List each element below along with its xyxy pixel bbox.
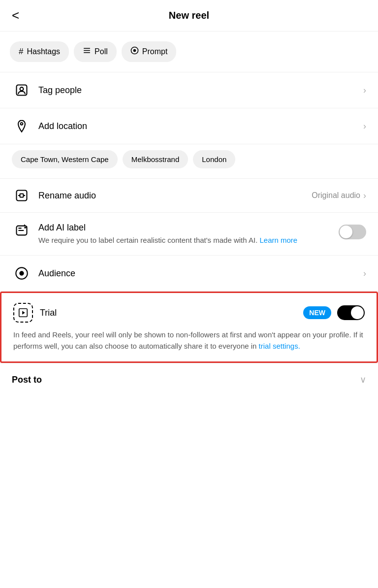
hashtags-chip-label: Hashtags (27, 47, 60, 56)
rename-audio-value: Original audio (312, 191, 360, 200)
location-chip-2[interactable]: London (193, 150, 235, 168)
ai-label-icon (12, 224, 32, 237)
page-title: New reel (169, 10, 209, 21)
trial-label: Trial (40, 308, 303, 318)
rename-audio-chevron: › (363, 191, 366, 201)
svg-point-6 (20, 87, 24, 91)
ai-label-toggle-container (339, 225, 366, 239)
chips-row: # Hashtags Poll Prompt (0, 32, 378, 72)
hash-icon: # (19, 47, 23, 57)
new-badge: NEW (303, 306, 331, 319)
ai-label-toggle[interactable] (339, 225, 366, 239)
location-chip-0[interactable]: Cape Town, Western Cape (12, 150, 118, 168)
audience-row[interactable]: Audience › (0, 256, 378, 292)
prompt-chip[interactable]: Prompt (122, 41, 177, 62)
trial-section: Trial NEW In feed and Reels, your reel w… (0, 292, 378, 363)
add-location-chevron: › (363, 121, 366, 131)
ai-label-row: Add AI label We require you to label cer… (0, 213, 378, 256)
rename-audio-label: Rename audio (38, 191, 312, 201)
svg-point-15 (19, 271, 24, 275)
tag-people-icon (12, 83, 32, 97)
header: < New reel (0, 0, 378, 32)
location-suggestions: Cape Town, Western Cape Melkbosstrand Lo… (0, 144, 378, 179)
rename-audio-right: Original audio › (312, 191, 366, 201)
hashtags-chip[interactable]: # Hashtags (10, 41, 69, 62)
trial-icon (13, 303, 33, 323)
ai-label-toggle-thumb (340, 226, 352, 238)
add-location-right: › (363, 121, 366, 131)
tag-people-row[interactable]: Tag people › (0, 72, 378, 108)
prompt-chip-label: Prompt (142, 47, 168, 56)
svg-point-7 (21, 123, 23, 125)
poll-chip-label: Poll (94, 47, 108, 56)
audience-right: › (363, 268, 366, 279)
trial-toggle[interactable] (337, 305, 365, 320)
ai-label-title: Add AI label (38, 223, 331, 233)
svg-point-4 (133, 49, 136, 52)
audience-icon (12, 266, 32, 280)
svg-rect-8 (17, 191, 27, 201)
prompt-icon (130, 46, 139, 57)
svg-marker-17 (22, 311, 25, 314)
ai-label-description: We require you to label certain realisti… (38, 235, 331, 245)
audience-chevron: › (363, 268, 366, 279)
ai-label-content: Add AI label We require you to label cer… (38, 223, 331, 245)
add-location-row[interactable]: Add location › (0, 108, 378, 144)
learn-more-link[interactable]: Learn more (259, 236, 297, 244)
post-to-row[interactable]: Post to ∨ (0, 363, 378, 396)
audience-label: Audience (38, 268, 363, 279)
post-to-label: Post to (12, 375, 360, 385)
location-icon (12, 119, 32, 133)
location-chip-1[interactable]: Melkbosstrand (123, 150, 189, 168)
svg-rect-9 (20, 194, 24, 197)
svg-point-13 (24, 227, 26, 229)
trial-toggle-thumb (351, 306, 364, 319)
trial-top: Trial NEW (13, 303, 365, 323)
poll-chip[interactable]: Poll (74, 41, 117, 62)
post-to-chevron: ∨ (360, 374, 366, 385)
add-location-label: Add location (38, 121, 363, 131)
back-button[interactable]: < (12, 8, 19, 23)
trial-settings-link[interactable]: trial settings. (259, 342, 300, 350)
poll-icon (83, 46, 91, 57)
trial-description: In feed and Reels, your reel will only b… (13, 329, 365, 352)
rename-audio-row[interactable]: Rename audio Original audio › (0, 179, 378, 213)
rename-audio-icon (12, 189, 32, 202)
tag-people-right: › (363, 85, 366, 96)
trial-right: NEW (303, 305, 365, 320)
tag-people-label: Tag people (38, 85, 363, 96)
tag-people-chevron: › (363, 85, 366, 96)
